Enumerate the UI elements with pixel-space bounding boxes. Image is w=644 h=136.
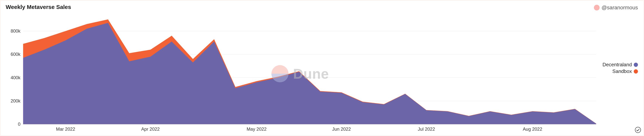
- author-handle: @saranormous: [602, 5, 638, 11]
- legend-item-sandbox[interactable]: Sandbox: [602, 69, 638, 74]
- svg-text:Apr 2022: Apr 2022: [141, 126, 160, 132]
- chart-title: Weekly Metaverse Sales: [6, 4, 71, 10]
- svg-point-17: [635, 127, 640, 132]
- svg-text:Jul 2022: Jul 2022: [418, 126, 435, 132]
- legend-swatch-icon: [634, 69, 638, 74]
- svg-text:May 2022: May 2022: [247, 126, 266, 132]
- verified-check-icon: [635, 127, 641, 133]
- legend-swatch-icon: [634, 63, 638, 67]
- author-badge[interactable]: @saranormous: [594, 5, 638, 11]
- svg-text:600k: 600k: [11, 52, 20, 57]
- chart-svg: 0200k400k600k800kMar 2022Apr 2022May 202…: [0, 12, 600, 135]
- author-avatar-icon: [594, 5, 600, 11]
- svg-text:0: 0: [18, 121, 20, 127]
- legend-label: Decentraland: [602, 62, 632, 67]
- area-decentraland: [23, 23, 596, 124]
- legend: Decentraland Sandbox: [602, 61, 638, 75]
- svg-text:Jun 2022: Jun 2022: [332, 126, 351, 132]
- svg-text:400k: 400k: [11, 75, 20, 80]
- svg-text:Aug 2022: Aug 2022: [523, 126, 542, 132]
- svg-text:800k: 800k: [11, 28, 20, 34]
- legend-label: Sandbox: [612, 69, 632, 74]
- chart-panel: Weekly Metaverse Sales @saranormous 0200…: [0, 0, 644, 136]
- plot-area: 0200k400k600k800kMar 2022Apr 2022May 202…: [0, 12, 600, 135]
- legend-item-decentraland[interactable]: Decentraland: [602, 62, 638, 67]
- svg-text:Mar 2022: Mar 2022: [56, 126, 75, 132]
- svg-text:200k: 200k: [11, 98, 20, 103]
